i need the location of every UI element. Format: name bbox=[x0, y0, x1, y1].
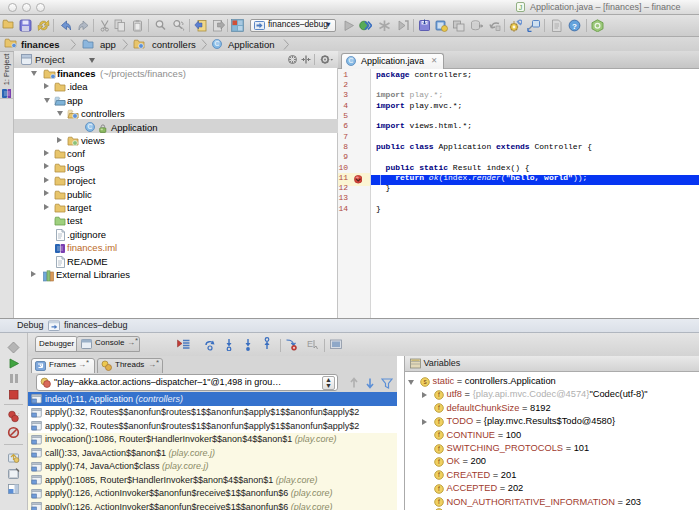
svg-text::: : bbox=[18, 411, 19, 417]
svg-text:J: J bbox=[519, 4, 523, 11]
svg-text:f: f bbox=[438, 405, 440, 412]
svg-text:f: f bbox=[438, 431, 440, 438]
svg-text:f: f bbox=[438, 472, 440, 479]
svg-text:?: ? bbox=[572, 22, 577, 31]
svg-text:E: E bbox=[307, 339, 313, 349]
svg-text:C: C bbox=[215, 40, 220, 47]
svg-text:C: C bbox=[88, 123, 93, 130]
svg-text:f: f bbox=[438, 418, 440, 425]
svg-text:f: f bbox=[438, 445, 440, 452]
svg-text:f: f bbox=[438, 498, 440, 505]
svg-text:C: C bbox=[349, 57, 354, 64]
svg-text:f: f bbox=[438, 391, 440, 398]
svg-text:f: f bbox=[438, 485, 440, 492]
svg-text:f: f bbox=[438, 458, 440, 465]
